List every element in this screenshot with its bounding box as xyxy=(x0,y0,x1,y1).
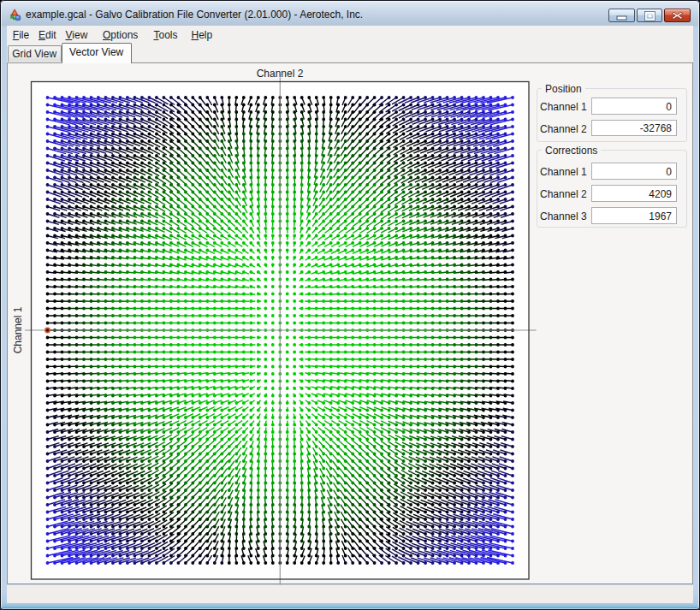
svg-text:Channel 2: Channel 2 xyxy=(257,68,304,80)
svg-text:Channel 1: Channel 1 xyxy=(12,306,24,353)
